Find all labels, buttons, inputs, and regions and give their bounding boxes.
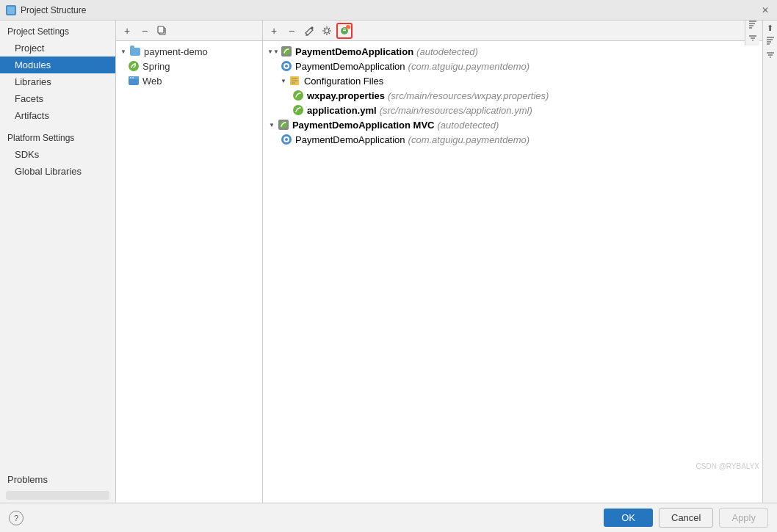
sidebar-item-artifacts[interactable]: Artifacts	[0, 107, 115, 124]
svg-point-31	[293, 105, 303, 115]
wxpay-icon	[292, 90, 304, 101]
module-tree: payment-demo Spring	[116, 41, 262, 503]
svg-point-7	[130, 77, 131, 79]
sort-desc-button[interactable]	[765, 36, 776, 48]
apply-button[interactable]: Apply	[719, 508, 768, 528]
watermark: CSDN @RYBALYX	[696, 462, 759, 470]
tree-item-web[interactable]: Web	[116, 73, 262, 88]
bottom-left: ?	[9, 511, 24, 525]
detail-content: ▼ PaymentDemoApplication (autodetected)	[263, 41, 762, 503]
detail-item-app2-sub[interactable]: PaymentDemoApplication (com.atguigu.paym…	[263, 132, 762, 147]
sidebar-item-problems[interactable]: Problems	[0, 468, 115, 488]
expand-arrow-app2: ▼	[269, 122, 275, 128]
config-files-icon	[289, 75, 301, 87]
ok-button[interactable]: OK	[604, 509, 653, 527]
spring-icon	[128, 60, 140, 72]
bottom-bar: ? OK Cancel Apply	[0, 503, 777, 532]
close-button[interactable]: ✕	[759, 4, 771, 16]
module-copy-button[interactable]	[154, 23, 170, 39]
sidebar-item-modules[interactable]: Modules	[0, 57, 115, 73]
sidebar: Project Settings Project Modules Librari…	[0, 21, 116, 503]
sidebar-scroll-area	[0, 180, 115, 462]
help-button[interactable]: ?	[9, 511, 24, 525]
detail-item-app1-sub[interactable]: PaymentDemoApplication (com.atguigu.paym…	[263, 59, 762, 73]
sidebar-item-facets[interactable]: Facets	[0, 90, 115, 107]
right-vertical-toolbar: ⬆	[762, 21, 777, 503]
sidebar-scrollbar[interactable]	[6, 491, 109, 500]
main-content: Project Settings Project Modules Librari…	[0, 21, 777, 503]
app-icon-1	[281, 60, 292, 72]
main-window: Project Structure ✕ Project Settings Pro…	[0, 0, 777, 532]
sidebar-item-sdks[interactable]: SDKs	[0, 146, 115, 163]
detail-add-button[interactable]: +	[266, 23, 282, 39]
bottom-right: OK Cancel Apply	[604, 508, 768, 528]
detail-item-appyml[interactable]: application.yml (src/main/resources/appl…	[263, 103, 762, 117]
tree-item-payment-demo[interactable]: payment-demo	[116, 44, 262, 59]
detail-settings-button[interactable]	[319, 23, 335, 39]
filter-icon-btn[interactable]	[765, 51, 776, 62]
svg-point-4	[129, 61, 139, 71]
expand-arrow-app1: ▼	[269, 47, 278, 56]
svg-rect-1	[7, 7, 15, 14]
app-icon-2	[281, 134, 292, 145]
module-remove-button[interactable]: −	[137, 23, 153, 39]
detail-item-wxpay[interactable]: wxpay.properties (src/main/resources/wxp…	[263, 88, 762, 103]
settings-icon	[322, 26, 332, 36]
module-panel: + − payment-demo	[116, 21, 263, 503]
sidebar-item-global-libraries[interactable]: Global Libraries	[0, 163, 115, 180]
svg-point-8	[132, 77, 134, 79]
platform-settings-header: Platform Settings	[0, 127, 115, 146]
window-title: Project Structure	[21, 5, 86, 15]
folder-icon	[129, 45, 141, 57]
cancel-button[interactable]: Cancel	[659, 508, 713, 528]
svg-rect-3	[158, 26, 164, 33]
module-toolbar: + −	[116, 21, 262, 41]
title-bar-right: ✕	[759, 4, 771, 16]
appyml-icon	[292, 104, 304, 116]
detail-item-app1[interactable]: ▼ PaymentDemoApplication (autodetected)	[263, 44, 762, 59]
sidebar-item-libraries[interactable]: Libraries	[0, 73, 115, 90]
sidebar-item-project[interactable]: Project	[0, 40, 115, 57]
expand-arrow	[119, 47, 128, 56]
module-add-button[interactable]: +	[119, 23, 135, 39]
debug-icon: +	[339, 25, 350, 37]
detail-remove-button[interactable]: −	[283, 23, 300, 39]
spring-app-icon-2	[278, 119, 289, 131]
detail-toolbar: + −	[263, 21, 762, 41]
web-icon	[128, 75, 140, 87]
spring-app-icon-1	[281, 45, 292, 57]
detail-item-config-files[interactable]: ▼ Configuration Files	[263, 73, 762, 88]
app-icon	[6, 5, 16, 15]
svg-point-10	[325, 29, 329, 33]
title-bar: Project Structure ✕	[0, 0, 777, 21]
svg-point-30	[293, 90, 303, 101]
detail-debug-button[interactable]: +	[336, 23, 353, 39]
detail-panel: + −	[263, 21, 762, 503]
project-settings-header: Project Settings	[0, 21, 115, 40]
detail-edit-button[interactable]	[301, 23, 317, 39]
sort-button[interactable]	[746, 21, 759, 31]
tree-item-spring[interactable]: Spring	[116, 59, 262, 73]
svg-point-25	[285, 65, 288, 68]
expand-arrow-config: ▼	[281, 78, 286, 84]
svg-point-36	[285, 138, 288, 141]
detail-item-app2[interactable]: ▼ PaymentDemoApplication MVC (autodetect…	[263, 117, 762, 132]
edit-icon	[304, 26, 314, 36]
scroll-top-button[interactable]: ⬆	[767, 23, 773, 33]
title-bar-left: Project Structure	[6, 5, 86, 15]
copy-icon	[157, 26, 167, 36]
